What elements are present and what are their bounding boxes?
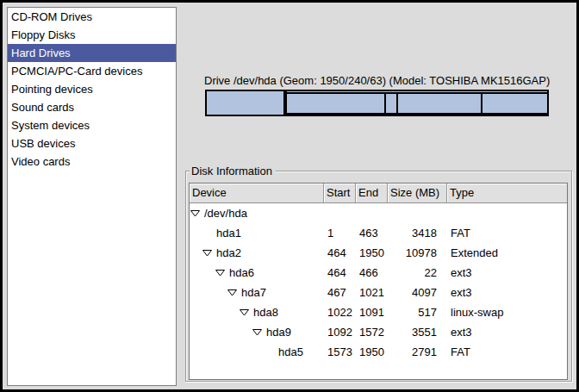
column-header-end[interactable]: End (356, 184, 388, 202)
sidebar-item-pointing-devices[interactable]: Pointing devices (8, 80, 176, 98)
partition-segment-hda8 (384, 92, 396, 115)
table-row--dev-hda[interactable]: /dev/hda (190, 203, 567, 223)
expander-icon[interactable] (227, 283, 237, 302)
size-cell: 22 (388, 263, 447, 283)
device-label: hda1 (216, 223, 241, 243)
column-header-type[interactable]: Type (447, 184, 567, 202)
device-cell: hda7 (190, 283, 324, 302)
size-cell: 3418 (388, 223, 447, 243)
sidebar-item-hard-drives[interactable]: Hard Drives (8, 44, 176, 62)
table-row-hda5[interactable]: hda5157319502791FAT (190, 342, 567, 362)
device-cell: hda5 (190, 342, 324, 362)
column-header-device[interactable]: Device (190, 184, 324, 202)
table-row-hda7[interactable]: hda746710214097ext3 (190, 283, 567, 302)
end-cell: 463 (356, 223, 388, 243)
device-label: hda5 (278, 342, 303, 362)
end-cell (356, 203, 388, 223)
type-cell: Extended (447, 243, 567, 263)
start-cell: 464 (324, 243, 356, 263)
sidebar-item-cd-rom-drives[interactable]: CD-ROM Drives (8, 8, 176, 26)
partition-segment-hda2 (285, 90, 549, 116)
device-cell: hda6 (190, 263, 324, 283)
type-cell: ext3 (447, 263, 567, 283)
expander-icon[interactable] (215, 263, 225, 283)
partition-segment-hda5 (481, 92, 547, 115)
table-row-hda9[interactable]: hda9109215723551ext3 (190, 322, 567, 342)
device-label: hda8 (253, 302, 278, 322)
partition-segment-hda7 (287, 92, 384, 115)
type-cell: FAT (447, 342, 567, 362)
table-row-hda2[interactable]: hda2464195010978Extended (190, 243, 567, 263)
end-cell: 466 (356, 263, 388, 283)
sidebar-item-floppy-disks[interactable]: Floppy Disks (8, 26, 176, 44)
type-cell: FAT (447, 223, 567, 243)
sidebar-item-video-cards[interactable]: Video cards (8, 152, 176, 171)
device-category-list: CD-ROM DrivesFloppy DisksHard DrivesPCMC… (7, 7, 177, 386)
hardware-browser-window: CD-ROM DrivesFloppy DisksHard DrivesPCMC… (0, 0, 579, 392)
device-cell: hda2 (190, 243, 324, 263)
device-label: hda7 (241, 283, 266, 302)
size-cell (388, 203, 447, 223)
disk-table-header: DeviceStartEndSize (MB)Type (190, 184, 567, 203)
device-cell: /dev/hda (190, 203, 324, 223)
expander-icon[interactable] (240, 302, 249, 322)
start-cell: 464 (324, 263, 356, 283)
device-cell: hda8 (190, 302, 324, 322)
size-cell: 3551 (388, 322, 447, 342)
expander-icon[interactable] (202, 243, 212, 263)
size-cell: 4097 (388, 283, 447, 302)
table-row-hda1[interactable]: hda114633418FAT (190, 223, 567, 243)
column-header-start[interactable]: Start (324, 184, 356, 202)
device-label: hda6 (229, 263, 254, 283)
end-cell: 1091 (356, 302, 388, 322)
start-cell: 1092 (324, 322, 356, 342)
disk-information-group: Disk Information DeviceStartEndSize (MB)… (185, 171, 572, 382)
logical-partitions (287, 92, 547, 115)
type-cell: ext3 (447, 322, 567, 342)
start-cell: 467 (324, 283, 356, 302)
start-cell (324, 203, 356, 223)
disk-information-legend: Disk Information (190, 165, 276, 177)
size-cell: 10978 (388, 243, 447, 263)
end-cell: 1950 (356, 243, 388, 263)
disk-table-body: /dev/hdahda114633418FAThda2464195010978E… (190, 203, 567, 362)
end-cell: 1572 (356, 322, 388, 342)
expander-icon[interactable] (252, 322, 262, 342)
type-cell: linux-swap (447, 302, 567, 322)
device-cell: hda9 (190, 322, 324, 342)
start-cell: 1022 (324, 302, 356, 322)
expander-icon[interactable] (190, 203, 200, 223)
size-cell: 517 (388, 302, 447, 322)
partition-bar (205, 90, 549, 116)
table-row-hda6[interactable]: hda646446622ext3 (190, 263, 567, 283)
sidebar-item-usb-devices[interactable]: USB devices (8, 134, 176, 152)
device-label: hda2 (216, 243, 241, 263)
column-header-size-mb-[interactable]: Size (MB) (388, 184, 447, 202)
size-cell: 2791 (388, 342, 447, 362)
drive-title: Drive /dev/hda (Geom: 1950/240/63) (Mode… (204, 74, 550, 87)
type-cell: ext3 (447, 283, 567, 302)
device-label: hda9 (266, 322, 291, 342)
start-cell: 1 (324, 223, 356, 243)
end-cell: 1021 (356, 283, 388, 302)
sidebar-item-system-devices[interactable]: System devices (8, 116, 176, 134)
start-cell: 1573 (324, 342, 356, 362)
disk-table: DeviceStartEndSize (MB)Type /dev/hdahda1… (189, 183, 568, 380)
partition-segment-hda9 (396, 92, 481, 115)
device-label: /dev/hda (204, 203, 247, 223)
device-cell: hda1 (190, 223, 324, 243)
table-row-hda8[interactable]: hda810221091517linux-swap (190, 302, 567, 322)
type-cell (447, 203, 567, 223)
end-cell: 1950 (356, 342, 388, 362)
partition-segment-hda1 (205, 90, 285, 116)
sidebar-item-pcmcia-pc-card-devices[interactable]: PCMCIA/PC-Card devices (8, 62, 176, 80)
sidebar-item-sound-cards[interactable]: Sound cards (8, 98, 176, 116)
